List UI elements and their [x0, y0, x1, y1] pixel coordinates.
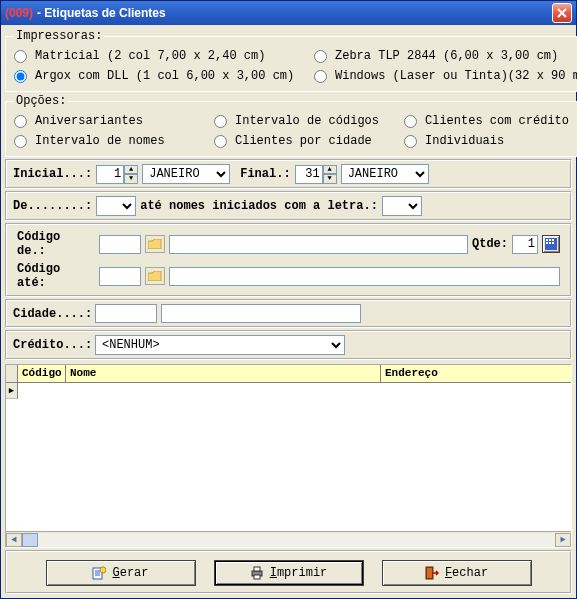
- final-day-input[interactable]: [295, 165, 323, 184]
- svg-rect-1: [546, 239, 548, 241]
- cidade-name-input[interactable]: [161, 304, 361, 323]
- option-clientes-credito[interactable]: Clientes com crédito: [404, 114, 574, 128]
- options-legend: Opções:: [14, 94, 68, 108]
- printer-label-windows: Windows (Laser ou Tinta)(32 x 90 mm): [335, 69, 577, 83]
- cidade-code-input[interactable]: [95, 304, 157, 323]
- exit-icon: [425, 566, 439, 580]
- option-aniversariantes[interactable]: Aniversariantes: [14, 114, 214, 128]
- initial-day-input[interactable]: [96, 165, 124, 184]
- option-label-individuais: Individuais: [425, 134, 504, 148]
- initial-month-select[interactable]: JANEIRO: [142, 164, 230, 184]
- svg-point-8: [100, 567, 106, 573]
- printer-radio-argox[interactable]: [14, 70, 27, 83]
- printer-radio-windows[interactable]: [314, 70, 327, 83]
- codigo-ate-browse-button[interactable]: [145, 267, 165, 285]
- option-intervalo-codigos[interactable]: Intervalo de códigos: [214, 114, 404, 128]
- fechar-button[interactable]: Fechar: [382, 560, 532, 586]
- printer-icon: [250, 566, 264, 580]
- qtde-lookup-button[interactable]: [542, 235, 560, 253]
- credito-select[interactable]: <NENHUM>: [95, 335, 345, 355]
- option-label-intervalo-nomes: Intervalo de nomes: [35, 134, 165, 148]
- close-button[interactable]: [552, 3, 572, 23]
- initial-day-spinbuttons[interactable]: ▲▼: [124, 165, 138, 184]
- ate-letter-select[interactable]: [382, 196, 422, 216]
- final-day-spinner[interactable]: ▲▼: [295, 165, 337, 184]
- printer-opt-matricial[interactable]: Matricial (2 col 7,00 x 2,40 cm): [14, 49, 314, 63]
- button-bar: Gerar Imprimir Fechar: [5, 550, 572, 594]
- option-radio-intervalo-nomes[interactable]: [14, 135, 27, 148]
- scroll-left-button[interactable]: ◄: [6, 533, 22, 547]
- final-label: Final.:: [240, 167, 290, 181]
- option-clientes-cidade[interactable]: Clientes por cidade: [214, 134, 404, 148]
- printer-opt-argox[interactable]: Argox com DLL (1 col 6,00 x 3,00 cm): [14, 69, 314, 83]
- close-icon: [557, 8, 567, 18]
- grid-header-indicator: [6, 365, 18, 382]
- app-window: (009) - Etiquetas de Clientes Impressora…: [0, 0, 577, 599]
- imprimir-button[interactable]: Imprimir: [214, 560, 364, 586]
- options-group: Opções: Aniversariantes Intervalo de cód…: [5, 94, 577, 157]
- names-panel: De........: até nomes iniciados com a le…: [5, 191, 572, 221]
- printer-label-zebra: Zebra TLP 2844 (6,00 x 3,00 cm): [335, 49, 558, 63]
- window-code: (009): [5, 6, 33, 20]
- printer-radio-matricial[interactable]: [14, 50, 27, 63]
- window-title: - Etiquetas de Clientes: [37, 6, 552, 20]
- grid-icon: [545, 238, 557, 250]
- option-label-clientes-credito: Clientes com crédito: [425, 114, 569, 128]
- results-grid: Código Nome Endereço ▶ ◄ ►: [5, 364, 572, 548]
- credit-panel: Crédito...: <NENHUM>: [5, 330, 572, 360]
- codigo-de-label: Código de.:: [17, 230, 95, 258]
- client-area: Impressoras: Matricial (2 col 7,00 x 2,4…: [1, 25, 576, 598]
- codigo-ate-name-input[interactable]: [169, 267, 560, 286]
- grid-hscrollbar[interactable]: ◄ ►: [6, 531, 571, 547]
- printers-legend: Impressoras:: [14, 29, 104, 43]
- grid-row-indicator: ▶: [6, 383, 18, 399]
- option-radio-intervalo-codigos[interactable]: [214, 115, 227, 128]
- de-letter-select[interactable]: [96, 196, 136, 216]
- qtde-input[interactable]: [512, 235, 538, 254]
- option-radio-aniversariantes[interactable]: [14, 115, 27, 128]
- final-month-select[interactable]: JANEIRO: [341, 164, 429, 184]
- city-panel: Cidade....:: [5, 299, 572, 328]
- printer-opt-zebra[interactable]: Zebra TLP 2844 (6,00 x 3,00 cm): [314, 49, 574, 63]
- grid-header-nome[interactable]: Nome: [66, 365, 381, 382]
- final-day-spinbuttons[interactable]: ▲▼: [323, 165, 337, 184]
- option-label-clientes-cidade: Clientes por cidade: [235, 134, 372, 148]
- codigo-de-input[interactable]: [99, 235, 141, 254]
- codigo-de-name-input[interactable]: [169, 235, 468, 254]
- credito-label: Crédito...:: [13, 338, 91, 352]
- initial-day-spinner[interactable]: ▲▼: [96, 165, 138, 184]
- printer-opt-windows[interactable]: Windows (Laser ou Tinta)(32 x 90 mm): [314, 69, 574, 83]
- codes-panel: Código de.: Qtde: Código até:: [5, 223, 572, 297]
- option-radio-individuais[interactable]: [404, 135, 417, 148]
- printers-group: Impressoras: Matricial (2 col 7,00 x 2,4…: [5, 29, 577, 92]
- grid-body[interactable]: ▶: [6, 383, 571, 531]
- svg-rect-10: [254, 567, 260, 571]
- grid-header: Código Nome Endereço: [6, 365, 571, 383]
- codigo-ate-label: Código até:: [17, 262, 95, 290]
- generate-icon: [92, 566, 106, 580]
- ate-label: até nomes iniciados com a letra.:: [140, 199, 378, 213]
- option-radio-clientes-credito[interactable]: [404, 115, 417, 128]
- grid-header-endereco[interactable]: Endereço: [381, 365, 571, 382]
- codigo-ate-input[interactable]: [99, 267, 141, 286]
- printer-label-argox: Argox com DLL (1 col 6,00 x 3,00 cm): [35, 69, 294, 83]
- codigo-de-browse-button[interactable]: [145, 235, 165, 253]
- printer-radio-zebra[interactable]: [314, 50, 327, 63]
- cidade-label: Cidade....:: [13, 307, 91, 321]
- grid-header-codigo[interactable]: Código: [18, 365, 66, 382]
- printer-label-matricial: Matricial (2 col 7,00 x 2,40 cm): [35, 49, 265, 63]
- option-radio-clientes-cidade[interactable]: [214, 135, 227, 148]
- svg-rect-3: [552, 239, 554, 241]
- scroll-right-button[interactable]: ►: [555, 533, 571, 547]
- titlebar: (009) - Etiquetas de Clientes: [1, 1, 576, 25]
- option-individuais[interactable]: Individuais: [404, 134, 574, 148]
- scroll-track[interactable]: [22, 533, 555, 547]
- folder-icon: [148, 271, 162, 281]
- option-label-intervalo-codigos: Intervalo de códigos: [235, 114, 379, 128]
- svg-rect-2: [549, 239, 551, 241]
- gerar-button[interactable]: Gerar: [46, 560, 196, 586]
- initial-label: Inicial...:: [13, 167, 92, 181]
- scroll-thumb[interactable]: [22, 533, 38, 547]
- option-intervalo-nomes[interactable]: Intervalo de nomes: [14, 134, 214, 148]
- svg-rect-5: [549, 242, 551, 244]
